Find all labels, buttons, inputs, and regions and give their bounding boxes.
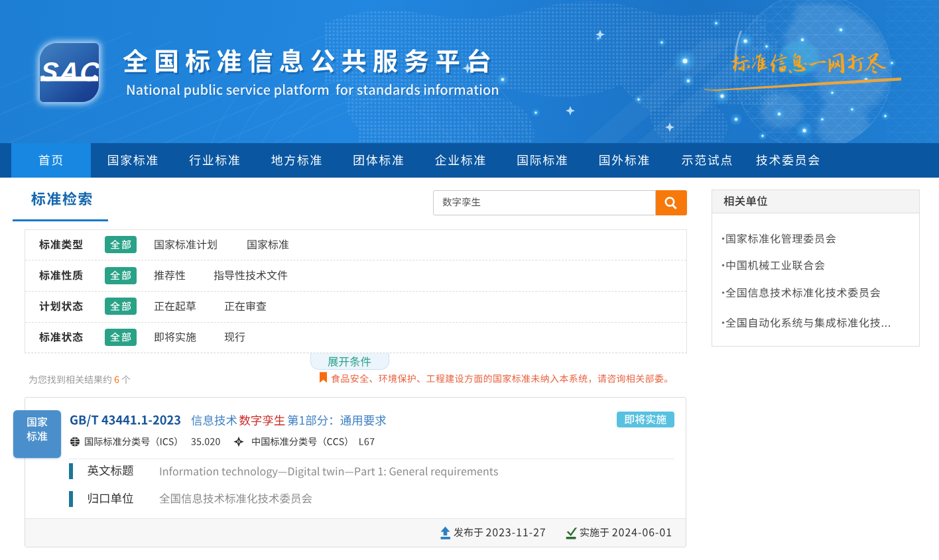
- svg-text:SAC: SAC: [40, 57, 99, 86]
